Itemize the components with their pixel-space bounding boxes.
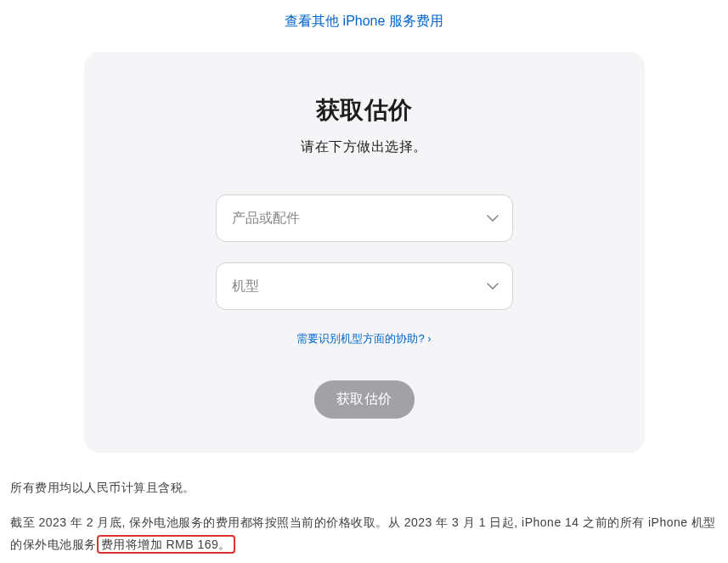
chevron-down-icon <box>487 215 499 222</box>
get-estimate-button[interactable]: 获取估价 <box>314 380 415 419</box>
chevron-down-icon <box>487 283 499 290</box>
card-title: 获取估价 <box>118 94 611 127</box>
footer-line-1: 所有费用均以人民币计算且含税。 <box>10 476 718 499</box>
price-increase-highlight: 费用将增加 RMB 169。 <box>97 535 235 554</box>
card-subtitle: 请在下方做出选择。 <box>118 138 611 156</box>
product-select[interactable]: 产品或配件 <box>216 194 513 242</box>
model-select[interactable]: 机型 <box>216 262 513 310</box>
help-identify-model-link[interactable]: 需要识别机型方面的协助?› <box>296 332 431 345</box>
footer-notes: 所有费用均以人民币计算且含税。 截至 2023 年 2 月底, 保外电池服务的费… <box>0 453 728 556</box>
other-iphone-service-fees-link[interactable]: 查看其他 iPhone 服务费用 <box>285 14 443 28</box>
help-link-label: 需要识别机型方面的协助? <box>296 332 424 345</box>
footer-line-2: 截至 2023 年 2 月底, 保外电池服务的费用都将按照当前的价格收取。从 2… <box>10 511 718 556</box>
product-select-placeholder: 产品或配件 <box>232 210 300 228</box>
model-select-placeholder: 机型 <box>232 278 259 296</box>
chevron-right-icon: › <box>428 333 432 345</box>
estimate-card: 获取估价 请在下方做出选择。 产品或配件 机型 需要识别机型方面的协助?› 获取… <box>84 52 645 453</box>
